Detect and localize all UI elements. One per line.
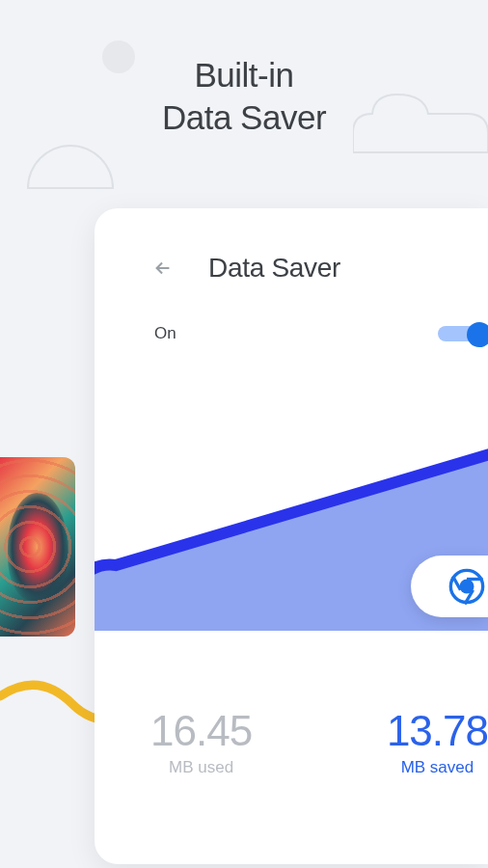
chrome-badge[interactable] <box>411 556 488 617</box>
card-title: Data Saver <box>208 253 340 284</box>
saved-label: MB saved <box>387 758 488 777</box>
used-value: 16.45 <box>150 710 252 752</box>
back-arrow-icon[interactable] <box>152 258 174 279</box>
saved-value: 13.78 <box>387 710 488 752</box>
toggle-row: On <box>95 284 488 345</box>
card-header: Data Saver <box>95 208 488 284</box>
hero-line-1: Built-in <box>0 54 488 96</box>
data-saver-card: Data Saver On 16.45 MB used 13.78 <box>95 208 488 864</box>
chrome-icon <box>447 567 486 606</box>
toggle-label: On <box>154 324 176 343</box>
stat-saved: 13.78 MB saved <box>387 710 488 777</box>
data-saver-toggle[interactable] <box>438 322 488 345</box>
stats-row: 16.45 MB used 13.78 MB saved <box>150 710 488 777</box>
used-label: MB used <box>150 758 252 777</box>
artwork-thumbnail <box>0 457 75 637</box>
hero-line-2: Data Saver <box>0 96 488 139</box>
decorative-cloud <box>27 145 114 189</box>
stat-used: 16.45 MB used <box>150 710 252 777</box>
hero-title: Built-in Data Saver <box>0 54 488 139</box>
